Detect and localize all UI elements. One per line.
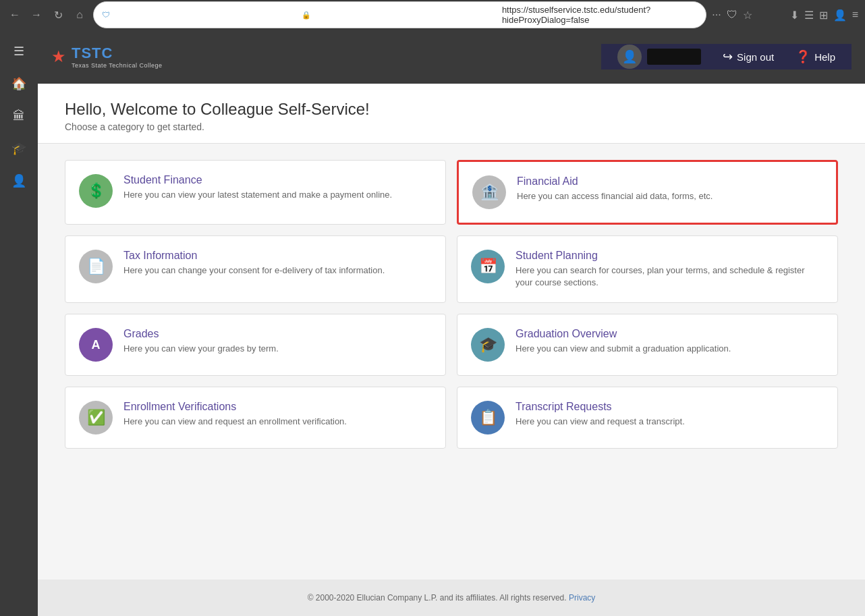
graduation-overview-desc: Here you can view and submit a graduatio… (515, 343, 824, 355)
download-icon[interactable]: ⬇ (790, 9, 799, 22)
card-student-planning[interactable]: 📅 Student Planning Here you can search f… (457, 235, 838, 303)
sidebar-item-home[interactable]: 🏠 (5, 70, 32, 97)
home-button[interactable]: ⌂ (72, 7, 88, 23)
enrollment-verifications-text: Enrollment Verifications Here you can vi… (123, 401, 432, 428)
student-planning-desc: Here you can search for courses, plan yo… (515, 264, 824, 289)
transcript-requests-title: Transcript Requests (515, 401, 824, 413)
logo-text: TSTC Texas State Technical College (72, 45, 162, 69)
tax-information-icon: 📄 (79, 250, 113, 283)
sidebar-item-institution[interactable]: 🏛 (5, 103, 32, 130)
page-area: ★ TSTC Texas State Technical College 👤 ↪… (38, 30, 865, 616)
sidebar-item-profile[interactable]: 👤 (5, 167, 32, 194)
sidebar-item-menu[interactable]: ☰ (5, 38, 32, 65)
sidebar-toggle-icon[interactable]: ☰ (804, 9, 814, 22)
student-finance-text: Student Finance Here you can view your l… (123, 174, 432, 201)
sidebar-item-graduation[interactable]: 🎓 (5, 135, 32, 162)
help-icon: ❓ (796, 49, 810, 64)
page-title: Hello, Welcome to Colleague Self-Service… (65, 100, 838, 119)
browser-chrome: ← → ↻ ⌂ 🛡 🔒 https://stuselfservice.tstc.… (0, 0, 865, 30)
transcript-requests-text: Transcript Requests Here you can view an… (515, 401, 824, 428)
grid-icon[interactable]: ⊞ (819, 9, 828, 22)
financial-aid-text: Financial Aid Here you can access financ… (517, 175, 822, 202)
user-area: 👤 (607, 45, 712, 69)
grades-desc: Here you can view your grades by term. (123, 343, 432, 355)
address-bar[interactable]: 🛡 🔒 https://stuselfservice.tstc.edu/stud… (93, 1, 706, 28)
enrollment-verifications-title: Enrollment Verifications (123, 401, 432, 413)
main-content: Hello, Welcome to Colleague Self-Service… (38, 84, 865, 616)
card-financial-aid[interactable]: 🏦 Financial Aid Here you can access fina… (457, 160, 838, 225)
shield-icon: 🛡 (102, 10, 298, 20)
forward-button[interactable]: → (28, 7, 45, 23)
user-name-bar (647, 49, 701, 65)
shield2-icon[interactable]: 🛡 (727, 9, 737, 22)
page-header: Hello, Welcome to Colleague Self-Service… (38, 84, 865, 144)
cards-area: 💲 Student Finance Here you can view your… (38, 144, 865, 465)
graduation-overview-text: Graduation Overview Here you can view an… (515, 328, 824, 355)
user-icon: 👤 (617, 45, 642, 69)
star-icon[interactable]: ☆ (743, 9, 752, 22)
tax-information-title: Tax Information (123, 250, 432, 262)
lock-icon: 🔒 (302, 11, 497, 20)
signout-label: Sign out (737, 51, 774, 63)
footer: © 2000-2020 Ellucian Company L.P. and it… (38, 580, 865, 616)
grades-text: Grades Here you can view your grades by … (123, 328, 432, 355)
grades-title: Grades (123, 328, 432, 340)
financial-aid-desc: Here you can access financial aid data, … (517, 190, 822, 202)
sidebar: ☰ 🏠 🏛 🎓 👤 (0, 30, 38, 616)
signout-button[interactable]: ↪ Sign out (712, 44, 785, 69)
browser-actions: ··· 🛡 ☆ (712, 9, 752, 22)
student-finance-icon: 💲 (79, 174, 113, 208)
grades-icon: A (79, 328, 113, 362)
enrollment-verifications-desc: Here you can view and request an enrollm… (123, 416, 432, 428)
card-enrollment-verifications[interactable]: ✅ Enrollment Verifications Here you can … (65, 387, 446, 449)
card-tax-information[interactable]: 📄 Tax Information Here you can change yo… (65, 235, 446, 303)
logo-area: ★ TSTC Texas State Technical College (51, 45, 601, 69)
tax-information-desc: Here you can change your consent for e-d… (123, 264, 432, 277)
reload-button[interactable]: ↻ (50, 7, 66, 23)
footer-copyright: © 2000-2020 Ellucian Company L.P. and it… (308, 593, 567, 603)
help-button[interactable]: ❓ Help (785, 44, 846, 69)
card-transcript-requests[interactable]: 📋 Transcript Requests Here you can view … (457, 387, 838, 449)
privacy-link[interactable]: Privacy (569, 593, 595, 603)
student-planning-text: Student Planning Here you can search for… (515, 250, 824, 289)
student-finance-desc: Here you can view your latest statement … (123, 189, 432, 201)
financial-aid-icon: 🏦 (472, 175, 506, 209)
more-icon[interactable]: ··· (712, 9, 721, 22)
header-right: 👤 ↪ Sign out ❓ Help (601, 44, 852, 69)
graduation-overview-icon: 🎓 (471, 328, 505, 362)
account-icon[interactable]: 👤 (833, 9, 847, 22)
app-container: ☰ 🏠 🏛 🎓 👤 ★ TSTC Texas State Technical C… (0, 30, 865, 616)
logo-star-icon: ★ (51, 47, 66, 66)
url-text: https://stuselfservice.tstc.edu/student?… (502, 5, 698, 25)
menu-icon[interactable]: ≡ (852, 9, 858, 21)
card-graduation-overview[interactable]: 🎓 Graduation Overview Here you can view … (457, 314, 838, 376)
logo-tstc: TSTC (72, 45, 113, 62)
student-finance-title: Student Finance (123, 174, 432, 186)
card-student-finance[interactable]: 💲 Student Finance Here you can view your… (65, 160, 446, 225)
transcript-requests-icon: 📋 (471, 401, 505, 435)
card-grades[interactable]: A Grades Here you can view your grades b… (65, 314, 446, 376)
top-header: ★ TSTC Texas State Technical College 👤 ↪… (38, 30, 865, 84)
logo-full: Texas State Technical College (72, 62, 162, 69)
enrollment-verifications-icon: ✅ (79, 401, 113, 435)
financial-aid-title: Financial Aid (517, 175, 822, 188)
signout-icon: ↪ (723, 49, 733, 64)
page-subtitle: Choose a category to get started. (65, 121, 838, 132)
student-planning-title: Student Planning (515, 250, 824, 262)
back-button[interactable]: ← (7, 7, 23, 23)
help-label: Help (814, 51, 835, 63)
graduation-overview-title: Graduation Overview (515, 328, 824, 340)
student-planning-icon: 📅 (471, 250, 505, 283)
transcript-requests-desc: Here you can view and request a transcri… (515, 416, 824, 428)
tax-information-text: Tax Information Here you can change your… (123, 250, 432, 277)
